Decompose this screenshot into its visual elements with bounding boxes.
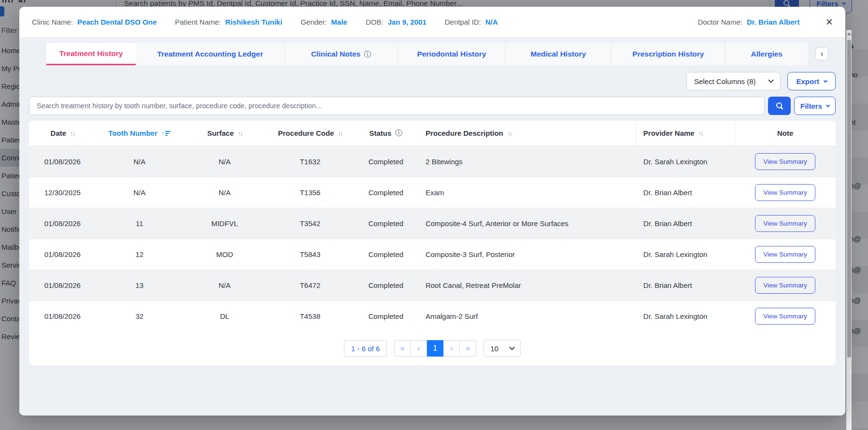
dentpal-id-value: N/A bbox=[485, 18, 498, 26]
info-icon: ⓘ bbox=[364, 50, 371, 59]
scrollbar-up-arrow-icon[interactable] bbox=[847, 32, 851, 35]
table-row: 01/08/2026 13 N/A T6472 Completed Root C… bbox=[29, 270, 836, 301]
gender-value: Male bbox=[331, 18, 347, 26]
view-summary-button[interactable]: View Summary bbox=[755, 277, 815, 294]
pagination-range: 1 - 6 of 6 bbox=[344, 340, 387, 357]
treatment-search-row: Filters bbox=[29, 97, 836, 115]
tab-medical-history[interactable]: Medical History bbox=[506, 43, 611, 65]
doctor-name-value: Dr. Brian Albert bbox=[747, 18, 799, 26]
doctor-name-field: Doctor Name: Dr. Brian Albert bbox=[697, 18, 799, 26]
chevron-right-icon: › bbox=[821, 49, 824, 59]
sort-ascending-icon[interactable]: ↑ bbox=[161, 129, 171, 137]
sort-icon[interactable]: ↑↓ bbox=[698, 129, 703, 137]
table-row: 01/08/2026 11 MIDFVL T3542 Completed Com… bbox=[29, 208, 836, 239]
pagination-first-button[interactable]: « bbox=[394, 340, 411, 357]
column-header-procedure-code[interactable]: Procedure Code ↑↓ bbox=[266, 121, 354, 145]
gender-field: Gender: Male bbox=[300, 18, 347, 26]
treatment-filters-button[interactable]: Filters bbox=[794, 97, 836, 115]
clinic-name-value: Peach Dental DSO One bbox=[77, 18, 157, 26]
chevron-down-icon bbox=[824, 78, 827, 82]
view-summary-button[interactable]: View Summary bbox=[755, 246, 815, 263]
column-header-surface[interactable]: Surface ↑↓ bbox=[183, 121, 266, 145]
patient-name-field: Patient Name: Rishikesh Tuniki bbox=[175, 18, 282, 26]
view-summary-button[interactable]: View Summary bbox=[755, 153, 815, 170]
tab-prescription-history[interactable]: Prescription History bbox=[611, 43, 726, 65]
table-controls: Select Columns (8) Export bbox=[29, 72, 836, 90]
sort-icon[interactable]: ↑↓ bbox=[507, 129, 512, 137]
patient-details-modal: Clinic Name: Peach Dental DSO One Patien… bbox=[19, 7, 845, 416]
table-row: 01/08/2026 12 MOD T5843 Completed Compos… bbox=[29, 239, 836, 270]
view-summary-button[interactable]: View Summary bbox=[755, 215, 815, 232]
pagination-last-button[interactable]: » bbox=[460, 340, 476, 357]
treatment-search-input[interactable] bbox=[29, 97, 765, 115]
sort-icon[interactable]: ↑↓ bbox=[338, 129, 342, 137]
tab-treatment-accounting-ledger[interactable]: Treatment Accounting Ledger bbox=[136, 43, 285, 65]
column-header-procedure-description[interactable]: Procedure Description ↑↓ bbox=[418, 121, 636, 145]
patient-name-value: Rishikesh Tuniki bbox=[225, 18, 282, 26]
dentpal-id-field: Dentpal ID: N/A bbox=[445, 18, 498, 26]
column-header-status: Status ⓘ bbox=[354, 121, 418, 145]
tab-clinical-notes[interactable]: Clinical Notes ⓘ bbox=[285, 43, 398, 65]
pagination: 1 - 6 of 6 « ‹ 1 › » 10 bbox=[29, 331, 836, 365]
chevron-down-icon bbox=[509, 344, 514, 350]
pagination-next-button[interactable]: › bbox=[443, 340, 460, 357]
info-icon[interactable]: ⓘ bbox=[395, 129, 402, 138]
export-button[interactable]: Export bbox=[787, 72, 836, 90]
tab-periodontal-history[interactable]: Periodontal History bbox=[398, 43, 506, 65]
tabs-scroll-right-button[interactable]: › bbox=[815, 47, 828, 60]
column-header-note: Note bbox=[735, 121, 836, 145]
column-header-tooth-number[interactable]: Tooth Number ↑ bbox=[96, 121, 183, 145]
chevron-down-icon bbox=[826, 103, 830, 107]
sort-icon[interactable]: ↑↓ bbox=[70, 129, 74, 137]
clinic-name-field: Clinic Name: Peach Dental DSO One bbox=[32, 18, 157, 26]
column-header-provider-name[interactable]: Provider Name ↑↓ bbox=[636, 121, 735, 145]
column-header-date[interactable]: Date ↑↓ bbox=[29, 121, 96, 145]
close-icon[interactable]: × bbox=[825, 16, 833, 28]
table-header-row: Date ↑↓ Tooth Number ↑ Surface ↑↓ Proced… bbox=[29, 121, 836, 146]
table-row: 01/08/2026 N/A N/A T1632 Completed 2 Bit… bbox=[29, 146, 836, 177]
treatment-search-button[interactable] bbox=[768, 97, 791, 115]
tab-treatment-history[interactable]: Treatment History bbox=[46, 43, 136, 65]
dob-value: Jan 9, 2001 bbox=[388, 18, 427, 26]
treatment-history-table: Date ↑↓ Tooth Number ↑ Surface ↑↓ Proced… bbox=[29, 121, 836, 365]
modal-header: Clinic Name: Peach Dental DSO One Patien… bbox=[19, 7, 845, 38]
view-summary-button[interactable]: View Summary bbox=[755, 184, 815, 201]
chevron-down-icon bbox=[768, 77, 774, 83]
table-row: 12/30/2025 N/A N/A T1356 Completed Exam … bbox=[29, 177, 836, 208]
pagination-prev-button[interactable]: ‹ bbox=[411, 340, 427, 357]
view-summary-button[interactable]: View Summary bbox=[755, 308, 815, 325]
table-row: 01/08/2026 32 DL T4538 Completed Amalgam… bbox=[29, 301, 836, 331]
page-scrollbar[interactable] bbox=[846, 30, 852, 430]
modal-body: Treatment History Treatment Accounting L… bbox=[19, 38, 845, 416]
tab-bar: Treatment History Treatment Accounting L… bbox=[46, 43, 836, 65]
scrollbar-thumb[interactable] bbox=[847, 40, 851, 358]
page-size-select[interactable]: 10 bbox=[484, 340, 521, 357]
sort-icon[interactable]: ↑↓ bbox=[238, 129, 242, 137]
tab-allergies[interactable]: Allergies bbox=[726, 43, 808, 65]
pagination-page-1[interactable]: 1 bbox=[427, 340, 443, 357]
dob-field: DOB: Jan 9, 2001 bbox=[366, 18, 427, 26]
search-icon bbox=[776, 102, 783, 110]
select-columns-dropdown[interactable]: Select Columns (8) bbox=[686, 72, 781, 90]
